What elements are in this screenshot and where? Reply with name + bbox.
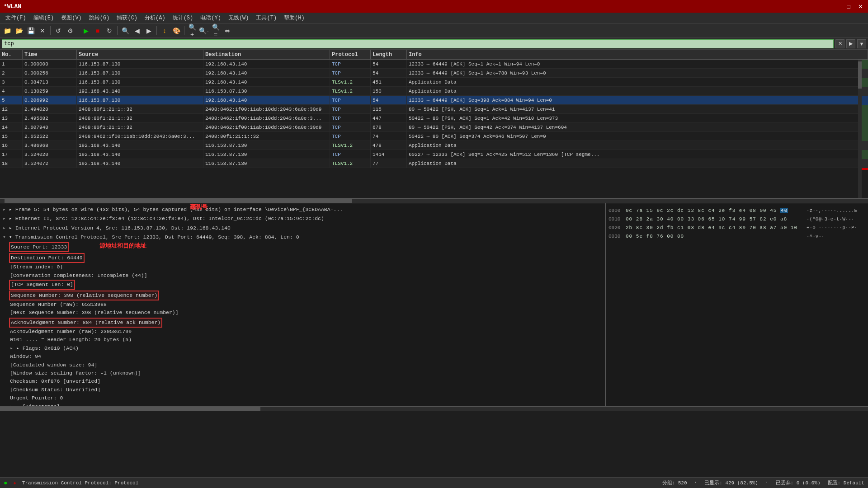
packet-row[interactable]: 16 3.486968 192.168.43.140 116.153.87.13… [0,141,868,150]
filter-apply-button[interactable]: ▶ [846,39,855,48]
detail-ack-num[interactable]: Acknowledgment Number: 884 (relative ack… [11,319,160,325]
zoom-out-button[interactable]: 🔍- [198,25,209,36]
packet-list: No. Time Source Destination Protocol Len… [0,50,868,199]
detail-dst-port[interactable]: Destination Port: 64449 [11,255,83,261]
detail-dst-port-container: Destination Port: 64449 [9,253,603,263]
packet-row[interactable]: 18 3.524072 192.168.43.140 116.153.87.13… [0,159,868,168]
hex-ascii-1: ·(*0@·3·e·t·W··· [807,216,865,222]
resize-columns-button[interactable]: ⇔ [222,25,233,36]
packet-row[interactable]: 3 0.084713 116.153.87.130 192.168.43.140… [0,78,868,87]
menu-file[interactable]: 文件(F) [2,13,30,23]
detail-scrollbar[interactable] [0,407,868,411]
packet-row[interactable]: 12 2.494020 2408:80f1:21:1::32 2408:8462… [0,105,868,114]
colorize-button[interactable]: 🎨 [171,25,182,36]
col-info[interactable]: Info [407,50,868,59]
col-length[interactable]: Length [371,50,407,59]
detail-seq-raw[interactable]: Sequence Number (raw): 65313988 [2,300,603,309]
packet-row[interactable]: 1 0.000000 116.153.87.130 192.168.43.140… [0,60,868,69]
packet-row[interactable]: 2 0.000256 116.153.87.130 192.168.43.140… [0,69,868,78]
detail-src-port[interactable]: Source Port: 12333 [11,244,67,250]
minimize-button[interactable]: — [833,2,841,10]
detail-checksum-status[interactable]: [Checksum Status: Unverified] [2,386,603,394]
detail-stream-index[interactable]: [Stream index: 0] [2,263,603,271]
scrollbar-thumb[interactable] [858,61,862,89]
col-protocol[interactable]: Protocol [330,50,371,59]
col-time[interactable]: Time [23,50,77,59]
cell-dst: 116.153.87.130 [203,141,330,150]
detail-tcp-seg[interactable]: [TCP Segment Len: 0] [11,282,73,287]
detail-ethernet[interactable]: ▸ Ethernet II, Src: 12:8c:c4:2e:f3:e4 (1… [2,214,603,223]
forward-button[interactable]: ▶ [143,25,154,36]
filter-clear-button[interactable]: ✕ [835,39,844,48]
detail-next-seq[interactable]: [Next Sequence Number: 398 (relative seq… [2,309,603,317]
status-sep-1: · [694,479,698,486]
cell-len: 74 [371,132,407,141]
cell-dst: 2408:80f1:21:1::32 [203,132,330,141]
detail-header-len[interactable]: 0101 .... = Header Length: 20 bytes (5) [2,336,603,344]
detail-ip[interactable]: ▸ Internet Protocol Version 4, Src: 116.… [2,224,603,233]
maximize-button[interactable]: □ [844,2,853,10]
save-button[interactable]: 💾 [25,25,36,36]
detail-checksum[interactable]: Checksum: 0xf876 [unverified] [2,377,603,385]
scroll-btn[interactable]: ↕ [159,25,170,36]
horizontal-scrollbar-thumb[interactable] [5,199,352,203]
start-button[interactable]: ▶ [80,25,91,36]
packet-row[interactable]: 5 0.206992 116.153.87.130 192.168.43.140… [0,96,868,105]
packet-row[interactable]: 17 3.524020 192.168.43.140 116.153.87.13… [0,150,868,159]
menu-capture[interactable]: 捕获(C) [113,13,141,23]
cell-time: 0.130259 [23,87,77,95]
open-button[interactable]: 📂 [14,25,24,36]
detail-window-scale[interactable]: [Window size scaling factor: -1 (unknown… [2,369,603,377]
restart-button[interactable]: ↻ [104,25,115,36]
menu-view[interactable]: 视图(V) [57,13,85,23]
menu-telephone[interactable]: 电话(Y) [197,13,225,23]
detail-conversation[interactable]: [Conversation completeness: Incomplete (… [2,272,603,280]
detail-ack-raw[interactable]: Acknowledgment number (raw): 2305861799 [2,328,603,336]
detail-urgent[interactable]: Urgent Pointer: 0 [2,394,603,402]
detail-window[interactable]: Window: 94 [2,352,603,361]
packet-row[interactable]: 4 0.130259 192.168.43.140 116.153.87.130… [0,87,868,96]
scrollbar-track[interactable] [858,60,862,199]
detail-flags[interactable]: ▸ Flags: 0x010 (ACK) [2,344,603,352]
packet-row[interactable]: 14 2.607940 2408:80f1:21:1::32 2408:8462… [0,123,868,132]
menu-analyze[interactable]: 分析(A) [141,13,169,23]
annotation-src-dst: 源地址和目的地址 [99,241,146,251]
zoom-reset-button[interactable]: 🔍= [210,25,221,36]
options-button[interactable]: ⚙ [65,25,75,36]
menu-edit[interactable]: 编辑(E) [30,13,58,23]
cell-no: 4 [0,87,23,95]
detail-src-port-container: Source Port: 12333 源地址和目的地址 [9,242,603,252]
menu-statistics[interactable]: 统计(S) [169,13,197,23]
col-source[interactable]: Source [77,50,203,59]
detail-tcp[interactable]: ▾ Transmission Control Protocol, Src Por… [2,233,603,242]
status-displayed: 已显示: 429 (82.5%) [704,479,758,486]
close-button-tb[interactable]: ✕ [37,25,48,36]
menu-tools[interactable]: 工具(T) [252,13,280,23]
zoom-in-button[interactable]: 🔍+ [187,25,198,36]
stop-button[interactable]: ■ [92,25,103,36]
packet-rows: 1 0.000000 116.153.87.130 192.168.43.140… [0,60,868,168]
detail-timestamps[interactable]: ▸ [Timestamps] [2,403,603,406]
detail-frame[interactable]: ▸ Frame 5: 54 bytes on wire (432 bits), … [2,205,603,214]
window-controls: — □ ✕ [833,2,864,10]
menu-wireless[interactable]: 无线(W) [225,13,253,23]
menu-help[interactable]: 帮助(H) [280,13,308,23]
packet-row[interactable]: 15 2.652522 2408:8462:1f00:11ab:10dd:204… [0,132,868,141]
col-destination[interactable]: Destination [203,50,330,59]
col-no[interactable]: No. [0,50,23,59]
filter-input[interactable] [2,39,834,48]
reload-button[interactable]: ↺ [53,25,64,36]
detail-scrollbar-thumb[interactable] [0,407,260,411]
packet-row[interactable]: 13 2.495682 2408:80f1:21:1::32 2408:8462… [0,114,868,123]
menu-goto[interactable]: 跳转(G) [85,13,113,23]
toolbar-sep-4 [156,26,157,35]
new-capture-button[interactable]: 📁 [2,25,13,36]
packet-list-scrollbar[interactable] [0,199,868,203]
back-button[interactable]: ◀ [132,25,142,36]
filter-button[interactable]: 🔍 [120,25,131,36]
filter-dropdown-button[interactable]: ▼ [857,39,866,48]
cell-src: 192.168.43.140 [77,87,203,95]
detail-seq-num[interactable]: Sequence Number: 398 (relative sequence … [11,292,157,298]
close-button[interactable]: ✕ [856,2,864,10]
detail-calc-window[interactable]: [Calculated window size: 94] [2,361,603,369]
